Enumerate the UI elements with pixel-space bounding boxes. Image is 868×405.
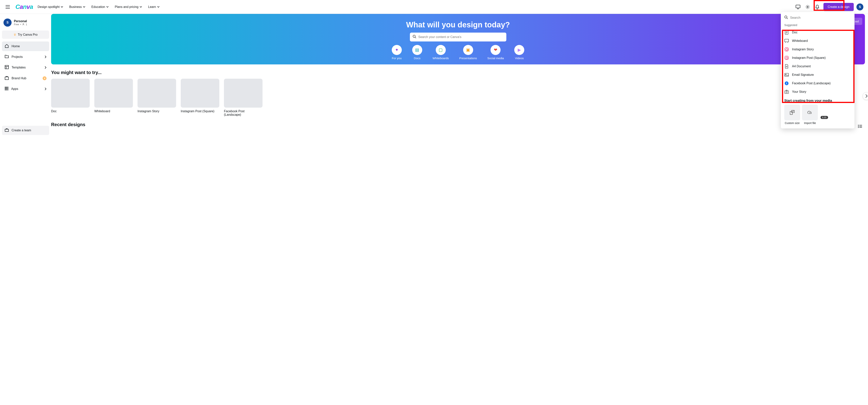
chevron-right-icon bbox=[44, 88, 46, 90]
nav-learn[interactable]: Learn bbox=[148, 5, 159, 9]
sidebar-item-apps[interactable]: Apps bbox=[2, 84, 49, 94]
facebook-icon: f bbox=[784, 81, 789, 86]
create-team-button[interactable]: Create a team bbox=[2, 126, 49, 135]
doc-icon bbox=[784, 30, 789, 35]
cat-presentations[interactable]: ▣Presentations bbox=[459, 45, 477, 60]
gear-icon[interactable] bbox=[804, 3, 811, 10]
card-instagram-story[interactable]: Instagram Story bbox=[137, 79, 176, 117]
card-doc[interactable]: Doc bbox=[51, 79, 90, 117]
canva-logo[interactable]: Canva bbox=[16, 3, 33, 10]
svg-rect-17 bbox=[859, 125, 862, 125]
sidebar-item-home[interactable]: Home bbox=[2, 41, 49, 51]
top-menu: Design spotlight Business Education Plan… bbox=[38, 5, 159, 9]
sidebar-item-projects[interactable]: Projects bbox=[2, 52, 49, 62]
svg-point-22 bbox=[785, 16, 787, 18]
cat-videos[interactable]: ▶Videos bbox=[514, 45, 524, 60]
sugg-doc[interactable]: Doc bbox=[781, 28, 855, 37]
desktop-icon[interactable] bbox=[795, 3, 802, 10]
sugg-email-signature[interactable]: Email Signature bbox=[781, 70, 855, 79]
cat-docs[interactable]: ▤Docs bbox=[412, 45, 422, 60]
svg-point-15 bbox=[413, 35, 415, 37]
media-row: Custom size Import file 6.0S bbox=[781, 104, 855, 125]
scroll-right-button[interactable] bbox=[863, 92, 868, 100]
sugg-facebook-post[interactable]: fFacebook Post (Landscape) bbox=[781, 79, 855, 88]
user-avatar[interactable]: S bbox=[857, 3, 863, 10]
svg-rect-4 bbox=[5, 77, 8, 80]
svg-rect-14 bbox=[5, 129, 8, 131]
svg-rect-8 bbox=[5, 88, 6, 89]
search-icon bbox=[784, 15, 788, 20]
instagram-icon bbox=[784, 56, 789, 60]
page-icon bbox=[784, 64, 789, 69]
try-pro-button[interactable]: ♛ Try Canva Pro bbox=[2, 30, 49, 39]
try-heading: You might want to try... bbox=[51, 70, 868, 75]
try-section: You might want to try... Doc Whiteboard … bbox=[51, 64, 868, 117]
nav-plans-pricing[interactable]: Plans and pricing bbox=[115, 5, 142, 9]
whiteboard-icon: ▢ bbox=[436, 45, 446, 55]
thumb-doc bbox=[51, 79, 90, 107]
cat-for-you[interactable]: ✦For you bbox=[392, 45, 402, 60]
nav-business[interactable]: Business bbox=[69, 5, 85, 9]
card-facebook-post[interactable]: Facebook Post (Landscape) bbox=[224, 79, 262, 117]
hero-banner: Upload What will you design today? ✦For … bbox=[51, 14, 865, 64]
sugg-a4-document[interactable]: A4 Document bbox=[781, 62, 855, 70]
sugg-instagram-story[interactable]: Instagram Story bbox=[781, 45, 855, 54]
hero-search[interactable] bbox=[410, 33, 506, 41]
nav-design-spotlight[interactable]: Design spotlight bbox=[38, 5, 63, 9]
menu-icon[interactable] bbox=[5, 4, 11, 10]
panel-search[interactable] bbox=[781, 14, 855, 23]
cat-social[interactable]: ❤Social media bbox=[488, 45, 504, 60]
sidebar-item-brand-hub[interactable]: Brand Hub ♛ bbox=[2, 73, 49, 83]
team-icon bbox=[5, 128, 9, 133]
svg-point-18 bbox=[858, 126, 859, 127]
templates-icon bbox=[5, 65, 9, 70]
instagram-icon bbox=[784, 47, 789, 52]
sugg-instagram-post[interactable]: Instagram Post (Square) bbox=[781, 54, 855, 62]
custom-size-button[interactable]: Custom size bbox=[784, 104, 800, 125]
create-design-button[interactable]: Create a design bbox=[824, 3, 854, 11]
svg-rect-0 bbox=[796, 5, 800, 8]
chevron-right-icon bbox=[44, 66, 46, 69]
hero-search-input[interactable] bbox=[418, 35, 504, 39]
account-name: Personal bbox=[14, 20, 27, 23]
main-content: Upload What will you design today? ✦For … bbox=[51, 14, 868, 138]
svg-rect-29 bbox=[790, 112, 793, 115]
sidebar-item-templates[interactable]: Templates bbox=[2, 63, 49, 72]
whiteboard-icon bbox=[784, 38, 789, 43]
folder-icon bbox=[5, 55, 9, 59]
thumb-fb-post bbox=[224, 79, 262, 107]
svg-rect-5 bbox=[5, 87, 6, 88]
cat-whiteboards[interactable]: ▢Whiteboards bbox=[433, 45, 449, 60]
nav-education[interactable]: Education bbox=[91, 5, 108, 9]
bell-icon[interactable] bbox=[814, 3, 821, 10]
suggested-label: Suggested bbox=[781, 23, 855, 28]
search-icon bbox=[412, 35, 416, 39]
list-view-icon[interactable] bbox=[857, 123, 863, 130]
recent-heading: Recent designs bbox=[51, 122, 85, 127]
card-instagram-post[interactable]: Instagram Post (Square) bbox=[181, 79, 219, 117]
media-heading: Start creating from your media bbox=[781, 96, 855, 104]
svg-rect-19 bbox=[859, 126, 862, 126]
crown-icon: ♛ bbox=[13, 33, 16, 36]
home-icon bbox=[5, 44, 9, 49]
sugg-whiteboard[interactable]: Whiteboard bbox=[781, 37, 855, 45]
badge-6-0s: 6.0S bbox=[820, 116, 828, 119]
video-icon: ▶ bbox=[514, 45, 524, 55]
sparkle-icon: ✦ bbox=[392, 45, 402, 55]
svg-rect-24 bbox=[785, 39, 788, 42]
doc-icon: ▤ bbox=[412, 45, 422, 55]
svg-rect-10 bbox=[7, 88, 8, 89]
account-block[interactable]: S Personal Free• 1 bbox=[2, 18, 49, 28]
import-file-button[interactable]: Import file bbox=[802, 104, 818, 125]
svg-point-16 bbox=[858, 125, 859, 126]
top-icons: Create a design S bbox=[795, 3, 863, 11]
custom-size-icon bbox=[784, 104, 800, 120]
heart-icon: ❤ bbox=[491, 45, 500, 55]
card-whiteboard[interactable]: Whiteboard bbox=[94, 79, 133, 117]
apps-icon bbox=[5, 87, 8, 91]
thumb-whiteboard bbox=[94, 79, 133, 107]
svg-rect-25 bbox=[785, 73, 788, 76]
panel-search-input[interactable] bbox=[790, 16, 851, 20]
presentation-icon: ▣ bbox=[463, 45, 473, 55]
sugg-your-story[interactable]: Your Story bbox=[781, 88, 855, 96]
